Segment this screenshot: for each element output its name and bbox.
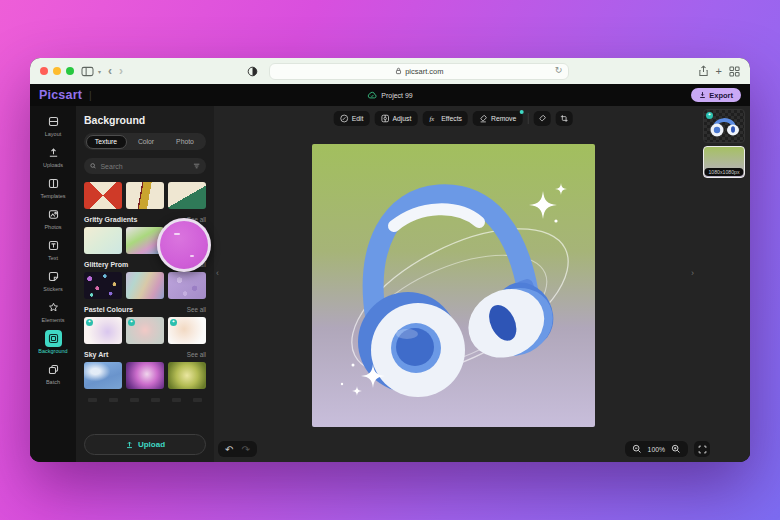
star-icon [47, 301, 60, 314]
sidebar-item-templates[interactable]: Templates [30, 171, 76, 202]
layer-thumb-background-selected[interactable]: 1080x1080px [703, 146, 745, 178]
traffic-lights [40, 67, 74, 75]
picsart-app: Picsart | Project 99 Export [30, 84, 750, 462]
sparkle-dot [341, 383, 343, 385]
crop-tool-button[interactable] [555, 111, 572, 126]
texture-thumb-lilac-sequins[interactable] [168, 272, 206, 299]
headphones-artwork [312, 144, 595, 427]
stickers-icon [47, 270, 60, 283]
texture-row-pastel: ✦ ✦ ✦ [84, 317, 206, 344]
history-controls: ↶ ↷ [218, 441, 257, 457]
zoom-window-button[interactable] [66, 67, 74, 75]
back-button[interactable]: ‹ [108, 65, 112, 77]
canvas-size-label: 1080x1080px [704, 168, 743, 176]
forward-button[interactable]: › [119, 65, 123, 77]
texture-thumb-peach-pastel[interactable]: ✦ [168, 317, 206, 344]
texture-thumb-mustard-curve[interactable] [126, 182, 164, 209]
tab-texture[interactable]: Texture [86, 135, 127, 149]
url-text: picsart.com [405, 67, 443, 76]
project-title[interactable]: Project 99 [367, 91, 413, 99]
redo-button[interactable]: ↷ [241, 444, 249, 455]
upload-icon [47, 146, 60, 159]
upload-button[interactable]: Upload [84, 434, 206, 455]
headband-pad [394, 209, 479, 226]
section-header-sky-art: Sky Art See all [84, 351, 206, 358]
texture-thumb-lavender-pastel[interactable]: ✦ [84, 317, 122, 344]
picsart-logo[interactable]: Picsart [39, 88, 82, 102]
tab-photo[interactable]: Photo [166, 135, 205, 149]
texture-thumb-green-nebula[interactable] [168, 362, 206, 389]
chevron-down-icon[interactable]: ▾ [98, 68, 101, 75]
sidebar-item-text[interactable]: Text [30, 233, 76, 264]
zoom-in-icon[interactable] [671, 444, 681, 454]
photos-icon [47, 208, 60, 221]
share-icon[interactable] [698, 65, 709, 77]
canvas-workspace: Edit Adjust fx Effects Remove [214, 106, 750, 462]
lock-icon [395, 67, 402, 75]
crop-icon [559, 114, 568, 123]
see-all-link[interactable]: See all [187, 306, 206, 313]
adjust-button[interactable]: Adjust [374, 111, 417, 126]
background-icon [47, 332, 60, 345]
hover-preview-loupe [157, 218, 211, 272]
shield-privacy-icon[interactable] [247, 66, 258, 77]
minimize-window-button[interactable] [53, 67, 61, 75]
layer-badge-icon: ✦ [706, 112, 713, 119]
eraser-tool-button[interactable] [533, 111, 550, 126]
tab-overview-icon[interactable] [729, 66, 740, 77]
texture-thumb-pink-nebula[interactable] [126, 362, 164, 389]
sidebar-toggle-icon[interactable] [81, 66, 94, 77]
sidebar-item-elements[interactable]: Elements [30, 295, 76, 326]
collapse-right-panel-icon[interactable]: › [691, 268, 694, 278]
section-header-pastel-colours: Pastel Colours See all [84, 306, 206, 313]
app-body: Layout Uploads Templates Photos [30, 106, 750, 462]
zoom-out-icon[interactable] [632, 444, 642, 454]
undo-button[interactable]: ↶ [225, 444, 233, 455]
texture-thumb-blue-sky[interactable] [84, 362, 122, 389]
export-button[interactable]: Export [691, 88, 741, 102]
sidebar-item-photos[interactable]: Photos [30, 202, 76, 233]
fit-screen-icon [698, 445, 707, 454]
texture-thumb-pink-pastel[interactable]: ✦ [126, 317, 164, 344]
layer-thumb-headphones[interactable]: ✦ [703, 109, 745, 143]
batch-icon [47, 363, 60, 376]
desktop-background: ▾ ‹ › picsart.com ↻ [0, 0, 780, 520]
filter-icon[interactable] [193, 162, 200, 170]
texture-thumb-pale-gradient[interactable] [84, 227, 122, 254]
sidebar-item-batch[interactable]: Batch [30, 357, 76, 388]
search-input[interactable] [100, 163, 188, 170]
effects-fx-icon: fx [428, 114, 438, 123]
remove-button[interactable]: Remove [473, 111, 522, 126]
texture-thumb-red-geometric[interactable] [84, 182, 122, 209]
upload-arrow-icon [125, 440, 134, 449]
sidebar-item-uploads[interactable]: Uploads [30, 140, 76, 171]
tool-sidebar: Layout Uploads Templates Photos [30, 106, 76, 462]
layers-panel: ✦ 1080x1080px [702, 109, 746, 178]
address-bar[interactable]: picsart.com ↻ [269, 63, 569, 80]
see-all-link[interactable]: See all [187, 351, 206, 358]
tab-color[interactable]: Color [127, 135, 166, 149]
clipped-next-row [84, 398, 206, 402]
texture-thumb-green-wedge[interactable] [168, 182, 206, 209]
texture-thumb-dark-glitter[interactable] [84, 272, 122, 299]
zoom-level[interactable]: 100% [648, 446, 665, 453]
sparkle-star [529, 191, 557, 219]
texture-thumb-holographic[interactable] [126, 272, 164, 299]
close-window-button[interactable] [40, 67, 48, 75]
collapse-left-panel-icon[interactable]: ‹ [216, 268, 219, 278]
sidebar-item-layout[interactable]: Layout [30, 109, 76, 140]
reload-icon[interactable]: ↻ [555, 65, 563, 75]
new-tab-icon[interactable]: + [716, 65, 722, 77]
canvas-image[interactable] [312, 144, 595, 427]
edit-toolbar: Edit Adjust fx Effects Remove [334, 111, 573, 126]
sidebar-item-stickers[interactable]: Stickers [30, 264, 76, 295]
text-icon [47, 239, 60, 252]
edit-button[interactable]: Edit [334, 111, 370, 126]
search-bar[interactable] [84, 158, 206, 174]
layout-icon [47, 115, 60, 128]
sidebar-item-background[interactable]: Background [30, 326, 76, 357]
search-icon [90, 162, 96, 170]
toolbar-divider [527, 113, 528, 124]
fit-to-screen-button[interactable] [694, 441, 710, 457]
effects-button[interactable]: fx Effects [422, 111, 468, 126]
